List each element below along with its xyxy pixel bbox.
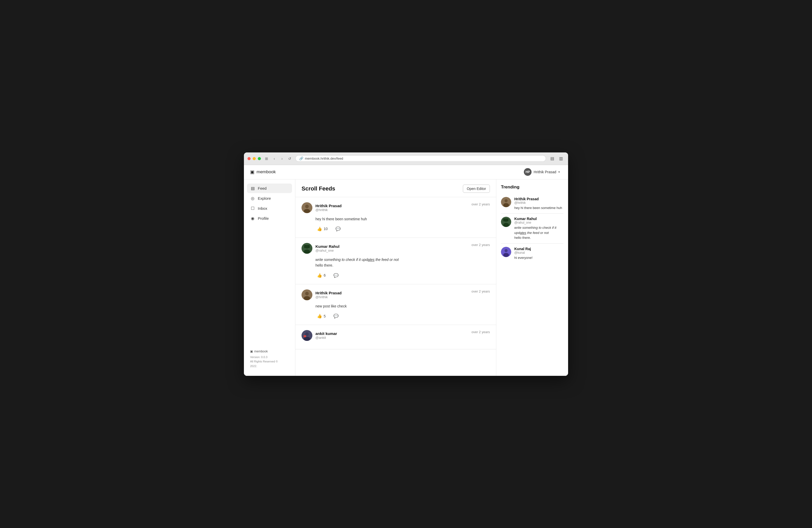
svg-point-8 [305, 292, 309, 296]
user-avatar: HP [524, 168, 532, 176]
post-actions-1: 👍 10 💬 [302, 225, 490, 232]
forward-icon[interactable]: › [279, 155, 285, 162]
minimize-btn[interactable] [253, 157, 256, 160]
trending-info-1: Hrithik Prasad @hrithik hey hi there bee… [514, 197, 562, 211]
trending-item-3: Kunal Raj @kunal hi everyone! [501, 244, 564, 263]
comment-button-3[interactable]: 💬 [332, 313, 340, 319]
footer-logo-text: membook [254, 349, 268, 354]
back-icon[interactable]: ‹ [271, 155, 277, 162]
post-time-4: over 2 years [472, 330, 490, 334]
sidebar-item-label-explore: Explore [258, 196, 271, 200]
trending-text-2: write something to check if it updates t… [514, 225, 564, 240]
like-count-2: 6 [324, 273, 326, 277]
avatar-hrithik-1 [302, 202, 313, 213]
trending-avatar-1 [501, 197, 511, 207]
post-author-2: Kumar Rahul @rahul_one [302, 243, 339, 254]
footer-logo: ▣ membook [250, 349, 289, 354]
sidebar-item-label-profile: Profile [258, 216, 269, 221]
trending-item-1: Hrithik Prasad @hrithik hey hi there bee… [501, 194, 564, 214]
lock-icon: 🔗 [299, 156, 303, 161]
sidebar-item-profile[interactable]: ◉ Profile [247, 214, 292, 223]
browser-actions: ▤ ▥ [549, 155, 565, 162]
avatar-ankit [302, 330, 313, 341]
post-content-1: hey hi there been sometime huh [302, 216, 490, 222]
trending-text-1: hey hi there been sometime huh [514, 206, 562, 211]
author-handle-2: @rahul_one [316, 248, 339, 253]
svg-rect-6 [304, 245, 310, 248]
like-count-3: 5 [324, 314, 326, 318]
like-icon-3: 👍 [317, 314, 322, 318]
post-author-4: ankit kumar @ankit [302, 330, 337, 341]
feed-list: Hrithik Prasad @hrithik over 2 years hey… [295, 197, 496, 376]
trending-name-1: Hrithik Prasad [514, 197, 562, 201]
post-header-1: Hrithik Prasad @hrithik over 2 years [302, 202, 490, 213]
post-header-3: Hrithik Prasad @hrithik over 2 years [302, 289, 490, 300]
footer-year: 2022. [250, 364, 289, 368]
feed-post-2: Kumar Rahul @rahul_one over 2 years writ… [295, 238, 496, 284]
profile-icon: ◉ [250, 216, 255, 221]
right-panel: Trending Hrithik Prasad @hrithik hey hi … [496, 179, 568, 376]
post-time-2: over 2 years [472, 243, 490, 247]
sidebar-footer: ▣ membook Version: 0.0.3 All Rights Rese… [247, 346, 292, 372]
author-handle-1: @hrithik [316, 208, 342, 212]
app-body: ▤ Feed ◎ Explore ☐ Inbox ◉ Profile [244, 179, 568, 376]
browser-chrome: ⊞ ‹ › ↺ 🔗 membook.hrithik.dev/feed ▤ ▥ [244, 152, 568, 165]
author-name-3: Hrithik Prasad [316, 291, 342, 295]
post-content-2: write something to check if it updates t… [302, 257, 490, 268]
avatar-hrithik-2 [302, 289, 313, 300]
sidebar-item-explore[interactable]: ◎ Explore [247, 194, 292, 203]
post-author-info-3: Hrithik Prasad @hrithik [316, 291, 342, 299]
post-author-3: Hrithik Prasad @hrithik [302, 289, 342, 300]
feed-post-1: Hrithik Prasad @hrithik over 2 years hey… [295, 197, 496, 238]
cast-icon[interactable]: ▤ [549, 155, 556, 162]
user-name: Hrithik Prasad [534, 170, 556, 174]
open-editor-button[interactable]: Open Editor [463, 184, 490, 193]
svg-point-1 [305, 205, 309, 208]
svg-rect-20 [503, 218, 508, 221]
split-view-icon[interactable]: ▥ [557, 155, 565, 162]
trending-info-3: Kunal Raj @kunal hi everyone! [514, 247, 533, 260]
footer-version: Version: 0.0.3 [250, 355, 289, 360]
comment-button-1[interactable]: 💬 [334, 225, 342, 232]
url-text: membook.hrithik.dev/feed [305, 156, 343, 161]
browser-window: ⊞ ‹ › ↺ 🔗 membook.hrithik.dev/feed ▤ ▥ ▣… [244, 152, 568, 376]
like-button-1[interactable]: 👍 10 [316, 225, 329, 232]
trending-info-2: Kumar Rahul @rahul_one write something t… [514, 217, 564, 240]
svg-point-19 [503, 223, 509, 227]
sidebar-item-label-inbox: Inbox [258, 206, 267, 211]
sidebar-nav: ▤ Feed ◎ Explore ☐ Inbox ◉ Profile [247, 183, 292, 346]
trending-handle-1: @hrithik [514, 201, 562, 205]
close-btn[interactable] [247, 157, 251, 160]
post-actions-2: 👍 6 💬 [302, 272, 490, 279]
post-content-3: new post like check [302, 303, 490, 309]
trending-avatar-3 [501, 247, 511, 257]
feed-post-3: Hrithik Prasad @hrithik over 2 years new… [295, 284, 496, 325]
chevron-down-icon: ▾ [558, 170, 560, 174]
trending-text-3: hi everyone! [514, 255, 533, 260]
sidebar-item-feed[interactable]: ▤ Feed [247, 183, 292, 193]
like-button-2[interactable]: 👍 6 [316, 272, 327, 279]
user-menu[interactable]: HP Hrithik Prasad ▾ [522, 167, 562, 177]
comment-button-2[interactable]: 💬 [332, 272, 340, 279]
avatar-kumar [302, 243, 313, 254]
like-button-3[interactable]: 👍 5 [316, 313, 327, 319]
explore-icon: ◎ [250, 196, 255, 201]
svg-point-23 [503, 253, 509, 257]
sidebar-item-inbox[interactable]: ☐ Inbox [247, 203, 292, 213]
author-handle-3: @hrithik [316, 295, 342, 299]
refresh-icon[interactable]: ↺ [287, 155, 293, 162]
maximize-btn[interactable] [258, 157, 261, 160]
trending-avatar-2 [501, 217, 511, 227]
sidebar-toggle-icon[interactable]: ⊞ [263, 155, 270, 162]
address-bar[interactable]: 🔗 membook.hrithik.dev/feed [295, 155, 546, 162]
nav-buttons: ⊞ ‹ › ↺ [263, 155, 293, 162]
feed-post-4: ankit kumar @ankit over 2 years [295, 325, 496, 349]
sidebar: ▤ Feed ◎ Explore ☐ Inbox ◉ Profile [244, 179, 295, 376]
main-content: Scroll Feeds Open Editor [295, 179, 496, 376]
comment-icon-1: 💬 [335, 226, 340, 231]
like-count-1: 10 [324, 227, 328, 231]
post-author-info-2: Kumar Rahul @rahul_one [316, 244, 339, 253]
trending-title: Trending [501, 184, 564, 190]
svg-point-22 [505, 249, 508, 252]
svg-point-5 [304, 250, 310, 254]
